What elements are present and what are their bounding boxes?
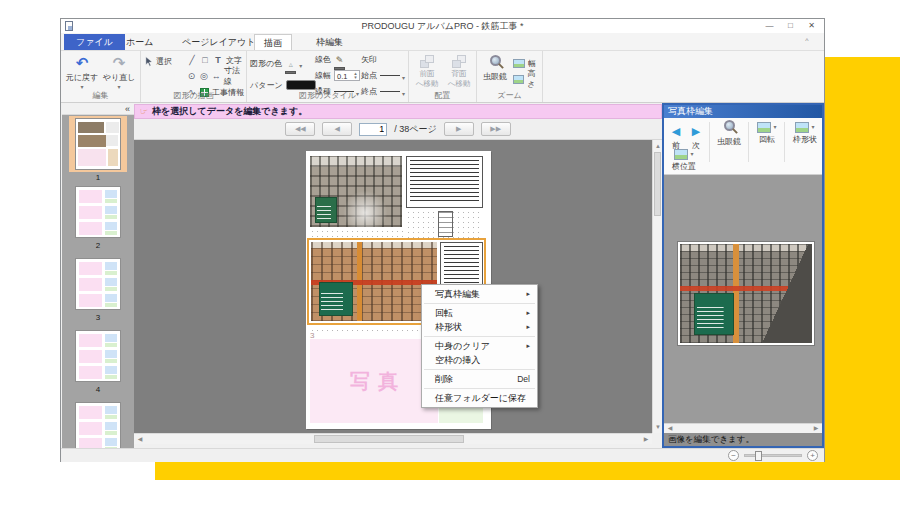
prev-page-button[interactable]: ◀ xyxy=(322,122,352,136)
shape-color-dropdown-icon[interactable] xyxy=(299,54,302,72)
page-thumbnail-1[interactable] xyxy=(75,118,121,170)
line-color-control[interactable]: 線色 xyxy=(315,53,345,65)
rotate-button[interactable]: 回転 xyxy=(752,121,782,145)
start-point-control[interactable]: 始点 xyxy=(361,69,405,81)
page-thumbnail-4[interactable] xyxy=(75,330,121,382)
redo-button[interactable]: やり直し xyxy=(102,54,136,90)
redo-dropdown-icon[interactable] xyxy=(117,83,120,90)
frame-shape-button[interactable]: 枠形状 xyxy=(788,121,822,145)
undo-dropdown-icon[interactable] xyxy=(80,83,83,90)
menu-item-save-to-folder[interactable]: 任意フォルダーに保存 xyxy=(422,391,537,405)
tab-page-layout[interactable]: ページレイアウト xyxy=(173,34,264,50)
page-thumbnail-2[interactable] xyxy=(75,186,121,238)
text-tool-icon[interactable]: T xyxy=(213,55,223,65)
scroll-left-icon[interactable]: ◀ xyxy=(135,434,145,444)
page-thumbnail-sidebar[interactable]: 1 2 3 4 xyxy=(62,115,134,448)
horizontal-position-icon xyxy=(674,149,688,160)
ribbon-collapse-button[interactable]: ^ xyxy=(800,37,814,44)
thumbnail-1-art xyxy=(76,119,120,169)
rect-tool-icon[interactable]: □ xyxy=(200,55,210,65)
photo-caption-2[interactable] xyxy=(440,242,483,288)
bring-front-button[interactable]: 前面 へ移動 xyxy=(413,55,441,89)
horizontal-scroll-thumb[interactable] xyxy=(314,435,464,443)
prev-photo-button[interactable]: 前 xyxy=(667,121,685,151)
photo-frame-edit-panel: 写真枠編集 前 次 虫眼鏡 回転 xyxy=(662,103,824,448)
horizontal-position-button[interactable]: 横位置 xyxy=(667,148,701,172)
zoom-out-button[interactable]: − xyxy=(728,450,739,461)
vertical-scroll-thumb[interactable] xyxy=(654,152,661,216)
menu-item-delete[interactable]: 削除Del xyxy=(422,372,537,386)
page-thumbnail-3[interactable] xyxy=(75,258,121,310)
photo-frame-2[interactable] xyxy=(311,242,437,321)
dimension-tool[interactable]: 寸法線 xyxy=(224,65,246,87)
menu-separator xyxy=(424,388,535,389)
close-button[interactable]: ✕ xyxy=(801,19,822,32)
photo-preview-art xyxy=(680,244,812,343)
scroll-right-icon[interactable]: ▶ xyxy=(641,434,651,444)
panel-horizontal-scrollbar[interactable]: ◀ ▶ xyxy=(664,423,822,433)
menu-item-photo-frame-edit[interactable]: 写真枠編集▸ xyxy=(422,287,537,301)
fit-height-icon xyxy=(513,75,524,84)
panel-scroll-right-icon[interactable]: ▶ xyxy=(811,424,821,433)
pattern-swatch[interactable] xyxy=(286,80,316,90)
menu-item-clear-contents[interactable]: 中身のクリア▸ xyxy=(422,339,537,353)
zoom-in-button[interactable]: + xyxy=(807,450,818,461)
first-page-button[interactable]: ◀◀ xyxy=(285,122,315,136)
tab-file[interactable]: ファイル xyxy=(64,34,125,50)
document-canvas[interactable]: 3 写真 3 図 xyxy=(134,140,652,433)
menu-item-rotate[interactable]: 回転▸ xyxy=(422,306,537,320)
circle-tool-icon[interactable]: ⊙ xyxy=(187,71,196,81)
ribbon-group-edit: 元に戻す やり直し 編集 xyxy=(61,51,141,102)
minimize-button[interactable]: — xyxy=(759,19,780,32)
pointer-icon: ☞ xyxy=(140,107,148,116)
page-thumbnail-5[interactable] xyxy=(75,402,121,448)
photo-preview[interactable] xyxy=(677,241,815,346)
tab-home[interactable]: ホーム xyxy=(117,34,162,50)
prev-triangle-icon xyxy=(672,121,680,139)
maximize-button[interactable]: □ xyxy=(780,19,801,32)
context-menu: 写真枠編集▸ 回転▸ 枠形状▸ 中身のクリア▸ 空枠の挿入 削除Del 任意フォ xyxy=(421,284,538,408)
photo-frame-1[interactable] xyxy=(310,156,402,227)
last-page-button[interactable]: ▶▶ xyxy=(481,122,511,136)
zoom-slider-handle[interactable] xyxy=(755,451,762,461)
empty-photo-placeholder[interactable]: 写真 xyxy=(310,339,438,423)
tab-frame-edit[interactable]: 枠編集 xyxy=(307,34,352,50)
send-back-button[interactable]: 背面 へ移動 xyxy=(445,55,473,89)
window-status-bar: − + xyxy=(61,448,824,462)
text-tool[interactable]: 文字 xyxy=(226,55,242,66)
sidebar-collapse-button[interactable]: « xyxy=(125,103,130,115)
zoom-slider-track[interactable] xyxy=(744,454,802,457)
select-tool[interactable]: 選択 xyxy=(145,55,172,67)
line-tool-icon[interactable]: ╱ xyxy=(187,55,197,65)
menu-separator xyxy=(424,369,535,370)
rotate-dropdown-icon[interactable] xyxy=(773,115,776,133)
panel-magnifier-icon xyxy=(724,120,735,131)
menu-item-insert-empty-frame[interactable]: 空枠の挿入 xyxy=(422,353,537,367)
canvas-vertical-scrollbar[interactable]: ▲ ▼ xyxy=(652,140,662,433)
thumbnail-number-1: 1 xyxy=(68,173,128,182)
magnifier-button[interactable]: 虫眼鏡 xyxy=(479,55,511,82)
group-label-edit: 編集 xyxy=(61,90,140,101)
elevation-diagram xyxy=(438,211,453,237)
menu-item-frame-shape[interactable]: 枠形状▸ xyxy=(422,320,537,334)
ribbon-tabs: ファイル ホーム ページレイアウト 描画 枠編集 xyxy=(61,33,824,50)
horizontal-position-dropdown-icon[interactable] xyxy=(690,142,693,160)
tab-draw[interactable]: 描画 xyxy=(254,34,292,50)
ellipse-tool-icon[interactable]: ◎ xyxy=(199,71,208,81)
photo-caption-1[interactable] xyxy=(406,156,483,208)
canvas-horizontal-scrollbar[interactable]: ◀ ▶ xyxy=(134,433,652,444)
next-page-button[interactable]: ▶ xyxy=(444,122,474,136)
submenu-arrow-icon: ▸ xyxy=(526,290,530,298)
dimension-line-icon[interactable]: ↔ xyxy=(212,71,221,81)
submenu-arrow-icon: ▸ xyxy=(526,309,530,317)
shape-color-control[interactable]: 図形の色 xyxy=(250,57,302,69)
panel-magnifier-button[interactable]: 虫眼鏡 xyxy=(713,120,745,147)
frame-shape-dropdown-icon[interactable] xyxy=(811,115,814,133)
thumbnail-number-3: 3 xyxy=(68,313,128,322)
undo-button[interactable]: 元に戻す xyxy=(65,54,99,90)
page-number-input[interactable] xyxy=(359,123,387,136)
line-width-control[interactable]: 線幅 0.1 xyxy=(315,69,360,81)
line-width-spinner[interactable] xyxy=(352,69,359,81)
fit-height-button[interactable]: 高さ xyxy=(513,73,542,85)
panel-scroll-left-icon[interactable]: ◀ xyxy=(665,424,675,433)
